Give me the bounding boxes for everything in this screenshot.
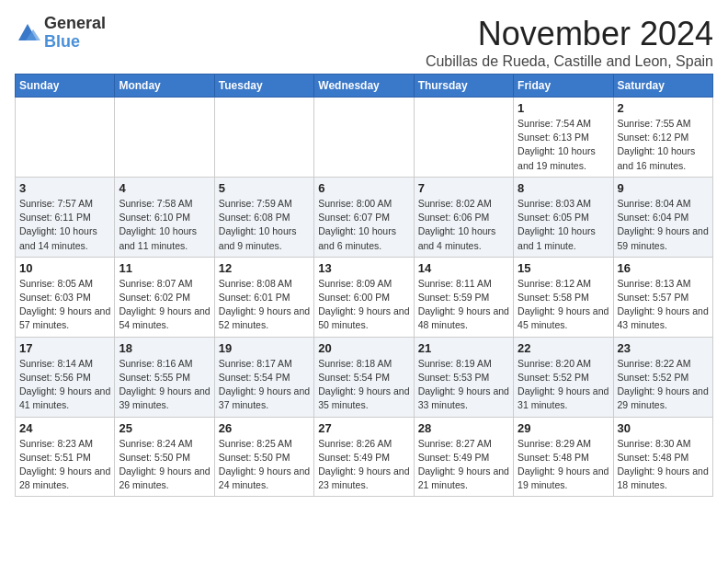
day-number: 30 [618,421,709,435]
day-of-week-header: Sunday [16,75,115,98]
calendar-cell: 12Sunrise: 8:08 AMSunset: 6:01 PMDayligh… [214,257,313,337]
calendar-cell: 8Sunrise: 8:03 AMSunset: 6:05 PMDaylight… [514,177,613,257]
day-number: 14 [418,261,509,275]
day-of-week-header: Wednesday [314,75,414,98]
day-number: 19 [219,341,310,355]
calendar-table: SundayMondayTuesdayWednesdayThursdayFrid… [15,74,713,497]
day-number: 1 [518,101,609,115]
day-number: 24 [19,421,110,435]
calendar-cell: 29Sunrise: 8:29 AMSunset: 5:48 PMDayligh… [514,417,613,497]
day-info: Sunrise: 8:07 AMSunset: 6:02 PMDaylight:… [119,277,210,333]
day-info: Sunrise: 8:20 AMSunset: 5:52 PMDaylight:… [518,357,609,413]
day-info: Sunrise: 8:03 AMSunset: 6:05 PMDaylight:… [518,197,609,253]
calendar-cell: 19Sunrise: 8:17 AMSunset: 5:54 PMDayligh… [214,337,313,417]
day-info: Sunrise: 8:26 AMSunset: 5:49 PMDaylight:… [318,437,409,493]
day-info: Sunrise: 8:29 AMSunset: 5:48 PMDaylight:… [518,437,609,493]
day-info: Sunrise: 8:11 AMSunset: 5:59 PMDaylight:… [418,277,509,333]
logo-icon [15,20,40,46]
day-info: Sunrise: 8:24 AMSunset: 5:50 PMDaylight:… [119,437,210,493]
calendar-cell: 6Sunrise: 8:00 AMSunset: 6:07 PMDaylight… [314,177,414,257]
calendar-cell: 2Sunrise: 7:55 AMSunset: 6:12 PMDaylight… [613,98,712,178]
calendar-cell: 4Sunrise: 7:58 AMSunset: 6:10 PMDaylight… [115,177,214,257]
day-number: 11 [119,261,210,275]
day-number: 25 [119,421,210,435]
calendar-week-row: 3Sunrise: 7:57 AMSunset: 6:11 PMDaylight… [16,177,713,257]
day-of-week-header: Monday [115,75,214,98]
day-info: Sunrise: 8:25 AMSunset: 5:50 PMDaylight:… [219,437,310,493]
day-of-week-header: Saturday [613,75,712,98]
calendar-cell: 30Sunrise: 8:30 AMSunset: 5:48 PMDayligh… [613,417,712,497]
day-number: 20 [318,341,409,355]
logo-text: General Blue [44,15,106,52]
day-info: Sunrise: 7:58 AMSunset: 6:10 PMDaylight:… [119,197,210,253]
calendar-cell [314,98,414,178]
calendar-cell: 26Sunrise: 8:25 AMSunset: 5:50 PMDayligh… [214,417,313,497]
day-number: 22 [518,341,609,355]
day-number: 8 [518,181,609,195]
calendar-cell: 18Sunrise: 8:16 AMSunset: 5:55 PMDayligh… [115,337,214,417]
day-number: 2 [618,101,709,115]
day-of-week-header: Friday [514,75,613,98]
day-number: 26 [219,421,310,435]
day-number: 5 [219,181,310,195]
day-number: 12 [219,261,310,275]
day-number: 7 [418,181,509,195]
calendar-cell [214,98,313,178]
subtitle: Cubillas de Rueda, Castille and Leon, Sp… [426,53,713,70]
month-title: November 2024 [426,15,713,53]
day-number: 15 [518,261,609,275]
calendar-cell: 15Sunrise: 8:12 AMSunset: 5:58 PMDayligh… [514,257,613,337]
calendar-cell: 23Sunrise: 8:22 AMSunset: 5:52 PMDayligh… [613,337,712,417]
day-number: 13 [318,261,409,275]
day-info: Sunrise: 8:17 AMSunset: 5:54 PMDaylight:… [219,357,310,413]
calendar-cell: 25Sunrise: 8:24 AMSunset: 5:50 PMDayligh… [115,417,214,497]
day-number: 29 [518,421,609,435]
day-info: Sunrise: 7:54 AMSunset: 6:13 PMDaylight:… [518,117,609,173]
day-info: Sunrise: 8:18 AMSunset: 5:54 PMDaylight:… [318,357,409,413]
day-info: Sunrise: 8:00 AMSunset: 6:07 PMDaylight:… [318,197,409,253]
day-number: 4 [119,181,210,195]
calendar-cell: 28Sunrise: 8:27 AMSunset: 5:49 PMDayligh… [414,417,513,497]
title-area: November 2024 Cubillas de Rueda, Castill… [426,15,713,70]
day-info: Sunrise: 8:02 AMSunset: 6:06 PMDaylight:… [418,197,509,253]
day-info: Sunrise: 8:13 AMSunset: 5:57 PMDaylight:… [618,277,709,333]
day-number: 21 [418,341,509,355]
calendar-cell: 21Sunrise: 8:19 AMSunset: 5:53 PMDayligh… [414,337,513,417]
day-number: 23 [618,341,709,355]
calendar-week-row: 1Sunrise: 7:54 AMSunset: 6:13 PMDaylight… [16,98,713,178]
day-number: 28 [418,421,509,435]
calendar-cell: 16Sunrise: 8:13 AMSunset: 5:57 PMDayligh… [613,257,712,337]
day-of-week-header: Tuesday [214,75,313,98]
day-info: Sunrise: 7:55 AMSunset: 6:12 PMDaylight:… [618,117,709,173]
day-number: 18 [119,341,210,355]
day-number: 6 [318,181,409,195]
day-info: Sunrise: 8:04 AMSunset: 6:04 PMDaylight:… [618,197,709,253]
day-number: 27 [318,421,409,435]
calendar-week-row: 17Sunrise: 8:14 AMSunset: 5:56 PMDayligh… [16,337,713,417]
day-number: 3 [19,181,110,195]
day-info: Sunrise: 8:05 AMSunset: 6:03 PMDaylight:… [19,277,110,333]
logo: General Blue [15,15,106,52]
calendar-cell [115,98,214,178]
day-number: 10 [19,261,110,275]
day-info: Sunrise: 8:27 AMSunset: 5:49 PMDaylight:… [418,437,509,493]
calendar-cell: 9Sunrise: 8:04 AMSunset: 6:04 PMDaylight… [613,177,712,257]
header-row: SundayMondayTuesdayWednesdayThursdayFrid… [16,75,713,98]
day-info: Sunrise: 8:12 AMSunset: 5:58 PMDaylight:… [518,277,609,333]
calendar-cell: 27Sunrise: 8:26 AMSunset: 5:49 PMDayligh… [314,417,414,497]
day-number: 17 [19,341,110,355]
logo-general: General [44,14,106,32]
calendar-cell: 11Sunrise: 8:07 AMSunset: 6:02 PMDayligh… [115,257,214,337]
calendar-cell [16,98,115,178]
calendar-cell: 5Sunrise: 7:59 AMSunset: 6:08 PMDaylight… [214,177,313,257]
calendar-cell: 20Sunrise: 8:18 AMSunset: 5:54 PMDayligh… [314,337,414,417]
day-info: Sunrise: 8:08 AMSunset: 6:01 PMDaylight:… [219,277,310,333]
day-info: Sunrise: 8:09 AMSunset: 6:00 PMDaylight:… [318,277,409,333]
calendar-cell: 7Sunrise: 8:02 AMSunset: 6:06 PMDaylight… [414,177,513,257]
day-number: 16 [618,261,709,275]
header: General Blue November 2024 Cubillas de R… [15,15,713,70]
calendar-cell: 13Sunrise: 8:09 AMSunset: 6:00 PMDayligh… [314,257,414,337]
day-info: Sunrise: 7:57 AMSunset: 6:11 PMDaylight:… [19,197,110,253]
day-info: Sunrise: 8:30 AMSunset: 5:48 PMDaylight:… [618,437,709,493]
calendar-cell: 22Sunrise: 8:20 AMSunset: 5:52 PMDayligh… [514,337,613,417]
